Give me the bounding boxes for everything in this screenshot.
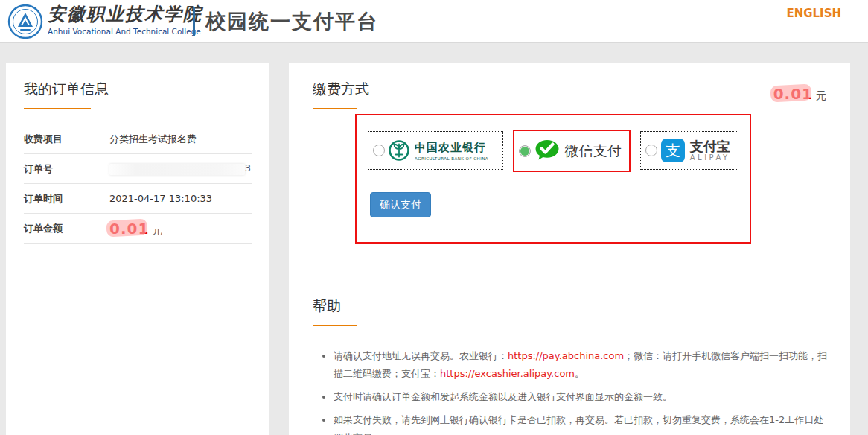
help-item: 支付时请确认订单金额和发起系统金额以及进入银行支付界面显示的金额一致。 (334, 388, 828, 406)
abc-bank-label: 中国农业银行 (415, 141, 495, 155)
payment-amount-unit: 元 (816, 89, 826, 101)
help-text: 支付时请确认订单金额和发起系统金额以及进入银行支付界面显示的金额一致。 (334, 391, 672, 402)
college-logo-icon (7, 4, 43, 39)
order-row: 订单时间2021-04-17 13:10:33 (24, 184, 252, 214)
order-row-label: 订单金额 (24, 222, 109, 235)
college-name-cn: 安徽职业技术学院 (48, 3, 202, 25)
payment-panel-title: 缴费方式 (313, 80, 369, 99)
order-row-value: 3 (109, 163, 245, 175)
payment-option-alipay[interactable]: 支支付宝ALIPAY (640, 131, 738, 170)
payment-radio-alipay[interactable] (645, 145, 657, 156)
order-row-value: 0.01元 (109, 220, 162, 238)
redaction-scribble (106, 218, 147, 237)
help-text: 。 (575, 368, 584, 379)
help-text: 请确认支付地址无误再交易。农业银行： (334, 350, 508, 361)
payment-amount-value: 0.01 (773, 85, 813, 103)
payment-option-abc[interactable]: 中国农业银行AGRICULTURAL BANK OF CHINA (368, 131, 503, 170)
help-list: 请确认支付地址无误再交易。农业银行：https://pay.abchina.co… (313, 347, 828, 435)
payment-options: 中国农业银行AGRICULTURAL BANK OF CHINA微信支付支支付宝… (368, 131, 748, 172)
order-row-value: 分类招生考试报名费 (109, 133, 197, 146)
abc-bank-icon (388, 139, 410, 162)
svg-text:支: 支 (666, 142, 680, 159)
page-header: 安徽职业技术学院 Anhui Vocational And Technical … (0, 0, 868, 43)
help-link[interactable]: https://excashier.alipay.com (440, 368, 575, 379)
payment-amount: 0.01元 (773, 85, 826, 103)
order-row-label: 订单时间 (24, 192, 109, 206)
order-row-value: 2021-04-17 13:10:33 (109, 193, 212, 204)
platform-title: 校园统一支付平台 (205, 0, 378, 43)
college-name-en: Anhui Vocational And Technical College (48, 27, 202, 36)
order-rows: 收费项目分类招生考试报名费订单号3订单时间2021-04-17 13:10:33… (24, 124, 252, 244)
order-number-visible-digit: 3 (245, 162, 251, 174)
help-section: 帮助 请确认支付地址无误再交易。农业银行：https://pay.abchina… (313, 296, 828, 435)
help-item: 请确认支付地址无误再交易。农业银行：https://pay.abchina.co… (334, 347, 828, 383)
redacted-order-number: 3 (109, 164, 245, 175)
english-language-link[interactable]: ENGLISH (786, 7, 841, 20)
order-info-panel: 我的订单信息 收费项目分类招生考试报名费订单号3订单时间2021-04-17 1… (6, 63, 269, 435)
help-title: 帮助 (313, 296, 341, 316)
alipay-icon: 支 (660, 138, 686, 163)
abc-bank-sublabel: AGRICULTURAL BANK OF CHINA (415, 156, 488, 160)
order-amount-unit: 元 (152, 224, 162, 236)
order-panel-title: 我的订单信息 (24, 80, 109, 99)
payment-option-wechat[interactable]: 微信支付 (513, 130, 631, 172)
header-divider (193, 7, 195, 36)
help-text: 如果支付失败，请先到网上银行确认银行卡是否已扣款，再交易。若已扣款，切勿重复交费… (334, 414, 823, 435)
payment-radio-wechat[interactable] (519, 145, 531, 157)
order-row: 订单号3 (24, 154, 252, 184)
payment-radio-abc[interactable] (373, 145, 385, 156)
wechat-pay-icon (534, 139, 561, 163)
order-amount-value: 0.01 (109, 220, 149, 238)
alipay-sublabel: ALIPAY (690, 153, 730, 162)
payment-panel: 缴费方式 0.01元 中国农业银行AGRICULTURAL BANK OF CH… (289, 63, 850, 435)
help-link[interactable]: https://pay.abchina.com (508, 350, 624, 361)
order-row: 收费项目分类招生考试报名费 (24, 124, 252, 154)
alipay-label: 支付宝 (690, 139, 730, 153)
order-row-label: 收费项目 (24, 133, 109, 146)
wechat-pay-label: 微信支付 (565, 142, 622, 161)
confirm-payment-button[interactable]: 确认支付 (370, 192, 431, 218)
redaction-scribble (770, 84, 811, 103)
help-item: 如果支付失败，请先到网上银行确认银行卡是否已扣款，再交易。若已扣款，切勿重复交费… (334, 411, 828, 435)
order-row-label: 订单号 (24, 162, 109, 176)
order-row: 订单金额0.01元 (24, 214, 252, 244)
